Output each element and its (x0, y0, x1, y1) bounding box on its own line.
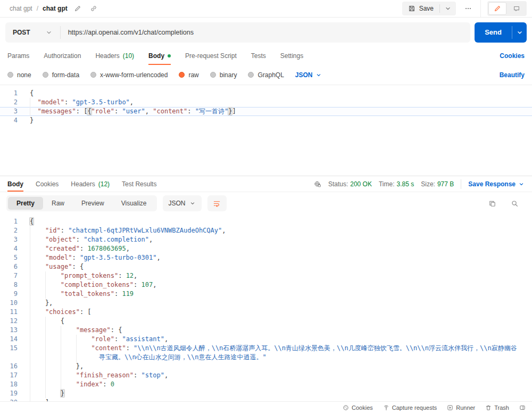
code-token: "object" (45, 236, 76, 243)
body-mode-graphql[interactable]: GraphQL (248, 71, 284, 79)
language-select[interactable]: JSON (295, 71, 322, 79)
view-visualize[interactable]: Visualize (113, 197, 155, 210)
indent-guide (30, 398, 30, 401)
tab-label: Headers (95, 52, 119, 60)
line-number: 6 (0, 262, 24, 271)
tab-headers[interactable]: Headers(10) (95, 47, 134, 65)
tab-test-results[interactable]: Test Results (122, 176, 156, 192)
response-view-switch: PrettyRawPreviewVisualize (6, 195, 157, 211)
search-icon[interactable] (509, 197, 520, 209)
send-button[interactable]: Send (475, 22, 512, 43)
status-label: Status: (328, 180, 348, 188)
statusbar-cookies[interactable]: Cookies (343, 404, 373, 411)
time-value: 3.85 s (397, 180, 414, 188)
tab-cookies[interactable]: Cookies (36, 176, 59, 192)
code-line[interactable]: 1{ (0, 89, 532, 98)
cookies-link[interactable]: Cookies (500, 52, 525, 60)
code-line[interactable]: 4"created": 1678063695, (0, 244, 532, 253)
code-line[interactable]: 2"id": "chatcmpl-6qtJPRtVwLxlu6VNWBZAude… (0, 226, 532, 235)
response-language-select[interactable]: JSON (163, 195, 202, 211)
code-line[interactable]: 14"role": "assistant", (0, 335, 532, 344)
code-line[interactable]: 16}, (0, 362, 532, 371)
response-body-editor[interactable]: 1{2"id": "chatcmpl-6qtJPRtVwLxlu6VNWBZAu… (0, 214, 532, 401)
code-line[interactable]: 2"model": "gpt-3.5-turbo", (0, 98, 532, 107)
breadcrumb-current[interactable]: chat gpt (43, 5, 68, 12)
wrap-lines-button[interactable] (207, 195, 227, 211)
code-line[interactable]: 1{ (0, 217, 532, 226)
breadcrumb-parent[interactable]: chat gpt (10, 5, 32, 12)
tab-authorization[interactable]: Authorization (44, 47, 81, 65)
link-icon[interactable] (88, 3, 99, 14)
beautify-link[interactable]: Beautify (500, 71, 525, 79)
code-token: "prompt_tokens" (61, 272, 118, 279)
more-options-button[interactable] (462, 3, 474, 14)
code-content: "content": "\\n\\n古道风烟令人醉，\\n石桥潺潺声入耳。\\n… (24, 344, 532, 362)
view-pretty[interactable]: Pretty (8, 197, 43, 210)
copy-icon[interactable] (486, 197, 498, 209)
tab-label: Headers (71, 180, 95, 188)
tab-params[interactable]: Params (7, 47, 29, 65)
bottom-panel-toggle[interactable] (519, 404, 526, 411)
url-input[interactable]: https://api.openai.com/v1/chat/completio… (61, 29, 201, 36)
save-options-chevron[interactable] (440, 2, 456, 15)
body-mode-x-www-form-urlencoded[interactable]: x-www-form-urlencoded (90, 71, 168, 79)
url-box: POST https://api.openai.com/v1/chat/comp… (5, 22, 470, 43)
tab-tests[interactable]: Tests (251, 47, 266, 65)
code-line[interactable]: 10}, (0, 299, 532, 308)
save-response-button[interactable]: Save Response (468, 180, 525, 188)
unsaved-dot-icon (168, 54, 171, 57)
code-line[interactable]: 3"messages": [{"role": "user", "content"… (0, 107, 532, 116)
edit-mode-button[interactable] (488, 2, 506, 15)
code-line[interactable]: 12{ (0, 317, 532, 326)
view-preview[interactable]: Preview (73, 197, 113, 210)
line-number: 3 (0, 107, 24, 116)
code-line[interactable]: 3"object": "chat.completion", (0, 235, 532, 244)
edit-icon[interactable] (72, 3, 84, 14)
tab-pre-request-script[interactable]: Pre-request Script (185, 47, 237, 65)
indent-guide (45, 389, 46, 398)
code-line[interactable]: 19} (0, 389, 532, 398)
code-line[interactable]: 4} (0, 116, 532, 125)
statusbar-capture-requests[interactable]: Capture requests (383, 404, 437, 411)
statusbar-trash[interactable]: Trash (485, 404, 509, 411)
code-line[interactable]: 7"prompt_tokens": 12, (0, 271, 532, 280)
globe-lock-icon (314, 180, 321, 188)
code-line[interactable]: 15"content": "\\n\\n古道风烟令人醉，\\n石桥潺潺声入耳。\… (0, 344, 532, 362)
code-token: , (134, 272, 137, 279)
body-mode-raw[interactable]: raw (179, 71, 198, 79)
body-mode-binary[interactable]: binary (210, 71, 237, 79)
comment-icon (513, 5, 520, 12)
indent-guide (30, 271, 30, 280)
code-line[interactable]: 11"choices": [ (0, 308, 532, 317)
code-line[interactable]: 8"completion_tokens": 107, (0, 280, 532, 290)
save-button[interactable]: Save (402, 2, 439, 15)
statusbar-runner[interactable]: Runner (447, 404, 475, 411)
tab-body[interactable]: Body (148, 47, 171, 65)
body-mode-form-data[interactable]: form-data (43, 71, 79, 79)
request-body-editor[interactable]: 1{2"model": "gpt-3.5-turbo",3"messages":… (0, 85, 532, 176)
indent-guide (61, 326, 61, 335)
code-token: : (118, 272, 126, 279)
send-options-chevron[interactable] (512, 22, 527, 43)
code-line[interactable]: 9"total_tokens": 119 (0, 290, 532, 299)
view-raw[interactable]: Raw (43, 197, 73, 210)
tab-count: (10) (123, 52, 134, 60)
comments-button[interactable] (508, 2, 526, 15)
code-line[interactable]: 13"message": { (0, 326, 532, 335)
code-token: : (187, 108, 195, 115)
topbar-separator (480, 0, 481, 18)
code-token: : (80, 245, 87, 252)
code-line[interactable]: 18"index": 0 (0, 380, 532, 389)
code-token: ] (232, 108, 236, 115)
code-token: "chatcmpl-6qtJPRtVwLxlu6VNWBZAudeOhCQAy" (68, 227, 222, 234)
time-label: Time: (379, 180, 395, 188)
code-line[interactable]: 6"usage": { (0, 262, 532, 271)
code-line[interactable]: 20] (0, 398, 532, 401)
code-line[interactable]: 5"model": "gpt-3.5-turbo-0301", (0, 253, 532, 262)
body-mode-none[interactable]: none (7, 71, 31, 79)
tab-body[interactable]: Body (7, 176, 23, 192)
code-line[interactable]: 17"finish_reason": "stop", (0, 371, 532, 380)
tab-headers[interactable]: Headers(12) (71, 176, 110, 192)
tab-settings[interactable]: Settings (280, 47, 303, 65)
method-select[interactable]: POST (5, 29, 60, 36)
